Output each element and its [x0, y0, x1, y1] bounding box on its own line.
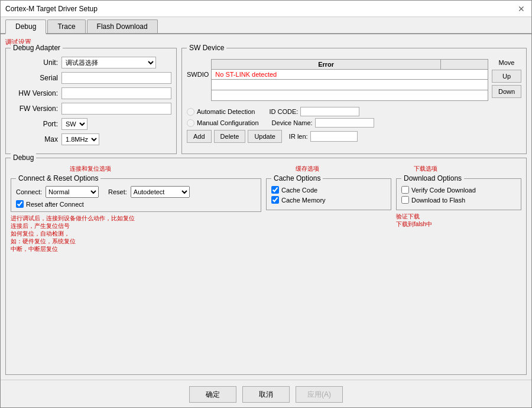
port-select[interactable]: SW [61, 118, 87, 130]
manual-config-row: Manual Configuration Device Name: [187, 118, 488, 128]
annotation-download-header: 下载选项 [414, 165, 437, 172]
connect-label: Connect: [16, 188, 42, 195]
delete-button[interactable]: Delete [214, 130, 246, 143]
swdio-label: SWDIO [187, 71, 209, 78]
update-button[interactable]: Update [248, 130, 281, 143]
apply-button[interactable]: 应用(A) [296, 386, 343, 403]
tab-debug[interactable]: Debug [5, 19, 46, 34]
fw-version-label: FW Version: [11, 105, 58, 113]
hw-version-input[interactable] [61, 87, 171, 99]
cache-options-group: Cache Options Cache Code Cache Memory [266, 178, 391, 210]
cache-code-row: Cache Code [271, 186, 386, 194]
debug-adapter-group: Debug Adapter Unit: 调试器选择 Serial HW Vers… [5, 48, 177, 154]
download-options-title: Download Options [401, 174, 464, 182]
annotation-verify: 验证下载 [396, 213, 521, 220]
ok-button[interactable]: 确定 [189, 386, 236, 403]
reset-after-connect-row: Reset after Connect [16, 200, 256, 208]
unit-row: Unit: 调试器选择 [11, 57, 171, 68]
debug-inner: Connect & Reset Options Connect: Normal … [11, 174, 521, 253]
download-options-area: Download Options Verify Code Download Do… [396, 178, 521, 253]
cache-options-area: Cache Options Cache Code Cache Memory [266, 178, 391, 253]
sw-table: Error No ST-LINK detected [211, 59, 488, 101]
connect-select[interactable]: Normal [46, 186, 99, 198]
connect-annotations: 进行调试后，连接到设备做什么动作，比如复位 连接后，产生复位信号 如何复位，自动… [11, 214, 261, 253]
cache-memory-label: Cache Memory [281, 197, 326, 204]
sw-device-table-area: SWDIO Error [187, 59, 488, 143]
connect-row: Connect: Normal Reset: Autodetect [16, 186, 256, 198]
cache-code-label: Cache Code [281, 187, 317, 194]
manual-config-label: Manual Configuration [197, 119, 259, 126]
verify-code-checkbox[interactable] [401, 186, 409, 194]
reset-after-connect-label: Reset after Connect [26, 201, 84, 208]
sw-col-error: Error [212, 60, 441, 70]
top-panels: Debug Adapter Unit: 调试器选择 Serial HW Vers… [5, 48, 527, 154]
table-row: No ST-LINK detected [212, 70, 488, 80]
serial-input[interactable] [61, 72, 171, 84]
download-to-flash-checkbox[interactable] [401, 196, 409, 204]
unit-select[interactable]: 调试器选择 [61, 57, 156, 68]
download-to-flash-label: Download to Flash [411, 197, 465, 204]
cancel-button[interactable]: 取消 [242, 386, 290, 403]
ir-len-input[interactable] [310, 131, 358, 142]
annotation-download-to: 下载到falsh中 [396, 220, 521, 228]
annotation-connect: 进行调试后，连接到设备做什么动作，比如复位 [11, 214, 261, 222]
sw-col2 [441, 60, 488, 70]
id-code-input[interactable] [300, 107, 359, 116]
debug-group: Debug 连接和复位选项 缓存选项 下载选项 Connect & Reset [5, 158, 527, 375]
max-select[interactable]: 1.8MHz [61, 133, 99, 145]
add-button[interactable]: Add [187, 130, 212, 143]
cache-memory-checkbox[interactable] [271, 196, 279, 204]
verify-code-row: Verify Code Download [401, 186, 516, 194]
cache-memory-row: Cache Memory [271, 196, 386, 204]
manual-config-radio[interactable] [187, 119, 194, 127]
unit-label: Unit: [11, 58, 58, 67]
main-window: Cortex-M Target Driver Setup ✕ Debug Tra… [0, 0, 532, 408]
ir-len-label: IR len: [289, 133, 308, 140]
up-button[interactable]: Up [492, 70, 521, 83]
reset-after-connect-checkbox[interactable] [16, 200, 24, 208]
connect-reset-group: Connect & Reset Options Connect: Normal … [11, 178, 261, 212]
no-stlink-cell: No ST-LINK detected [212, 70, 488, 80]
fw-version-row: FW Version: [11, 103, 171, 115]
sw-device-title: SW Device [187, 44, 226, 52]
cache-inner: Cache Code Cache Memory [271, 182, 386, 204]
hw-version-label: HW Version: [11, 89, 58, 97]
debug-group-title: Debug [11, 154, 36, 162]
connect-reset-inner: Connect: Normal Reset: Autodetect [16, 182, 256, 208]
cache-options-title: Cache Options [271, 174, 323, 182]
tab-flash-download[interactable]: Flash Download [87, 19, 158, 33]
title-bar: Cortex-M Target Driver Setup ✕ [1, 1, 531, 17]
auto-detect-radio[interactable] [187, 108, 194, 116]
download-to-flash-row: Download to Flash [401, 196, 516, 204]
debug-settings-label: 调试设置 [5, 38, 527, 47]
tab-trace[interactable]: Trace [47, 19, 85, 33]
window-title: Cortex-M Target Driver Setup [5, 5, 98, 13]
move-label: Move [499, 59, 515, 66]
tabs-row: Debug Trace Flash Download [1, 17, 531, 34]
device-name-input[interactable] [315, 118, 374, 128]
reset-select[interactable]: Autodetect [131, 186, 190, 198]
auto-detect-row: Automatic Detection ID CODE: [187, 107, 488, 116]
fw-version-input[interactable] [61, 103, 171, 115]
serial-row: Serial [11, 72, 171, 84]
cache-code-checkbox[interactable] [271, 186, 279, 194]
main-content: 调试设置 Debug Adapter Unit: 调试器选择 Serial [1, 34, 531, 380]
debug-adapter-title: Debug Adapter [11, 44, 63, 52]
auto-detect-label: Automatic Detection [197, 108, 255, 115]
connect-reset-title: Connect & Reset Options [16, 174, 100, 182]
port-row: Port: SW [11, 118, 171, 130]
sw-device-group: SW Device SWDIO Error [181, 48, 527, 154]
download-annotations: 验证下载 下载到falsh中 [396, 213, 521, 228]
verify-code-label: Verify Code Download [411, 187, 476, 194]
serial-label: Serial [11, 74, 58, 82]
download-options-group: Download Options Verify Code Download Do… [396, 178, 521, 210]
down-button[interactable]: Down [492, 85, 521, 98]
annotation-cache-header: 缓存选项 [296, 165, 319, 172]
close-button[interactable]: ✕ [516, 4, 527, 14]
hw-version-row: HW Version: [11, 87, 171, 99]
table-row [212, 80, 488, 90]
max-row: Max 1.8MHz [11, 133, 171, 145]
annotation-connect-reset: 连接和复位选项 [70, 165, 111, 172]
annotation-how-reset: 如何复位，自动检测， 如：硬件复位，系统复位 中断，中断层复位 [11, 230, 261, 253]
device-name-label: Device Name: [272, 119, 313, 126]
